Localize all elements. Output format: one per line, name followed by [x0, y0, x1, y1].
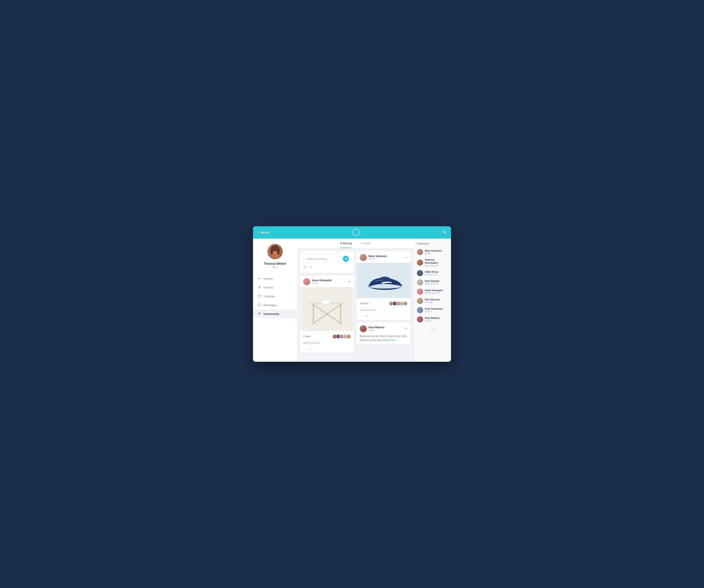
post-image-table — [300, 287, 354, 331]
contact-info: Vanessa Kensington Manhattan NY — [425, 258, 448, 267]
location-icon[interactable] — [309, 265, 312, 270]
post-card-1: Ivana Humpalot Photo 3h — [300, 275, 354, 353]
community-icon — [257, 312, 261, 316]
contact-name: Ivana Humpalot — [425, 289, 443, 292]
share-icon-2[interactable] — [365, 315, 368, 318]
menu-button[interactable]: ‹ MENU — [257, 231, 270, 235]
share-icon-1[interactable] — [309, 348, 312, 351]
contact-name: Ron Obvious — [425, 298, 440, 301]
sidebar-item-messages[interactable]: Messages — [253, 301, 297, 309]
post-author-3: Paul Wolfoni Photo — [360, 325, 384, 332]
author-name-2: Mary Swanson — [368, 255, 387, 258]
user-avatar-container — [267, 244, 283, 259]
sidebar-item-calendar[interactable]: Calendar — [253, 292, 297, 301]
like-icon-1[interactable]: ♡ — [303, 348, 306, 351]
likes-row-2: 15 likes — [360, 300, 407, 307]
post-card-2: Mary Swanson Photo 3h — [357, 251, 411, 320]
write-actions — [303, 265, 351, 270]
contact-location: Chicago — [425, 301, 440, 304]
svg-point-7 — [277, 247, 280, 255]
sidebar-item-label: Community — [263, 312, 279, 316]
contact-item[interactable]: Ron Obvious Chicago — [414, 296, 451, 306]
contact-info: Odile Deray Brooklyn NY — [425, 270, 438, 276]
post-avatar-3 — [360, 325, 367, 332]
contact-info: Frau Farbissina Denver — [425, 307, 443, 313]
contact-info: Ivana Humpalot Washington DC — [425, 289, 443, 294]
contact-avatar — [417, 259, 423, 266]
post-time-3: 3h — [405, 327, 407, 330]
likes-row-1: 5 likes — [303, 333, 351, 340]
contact-location: Seattle — [425, 320, 439, 322]
search-icon[interactable] — [443, 230, 447, 235]
post-avatar-2 — [360, 254, 367, 261]
contact-item[interactable]: Mary Swanson Aspen — [414, 247, 451, 257]
nav-items: Activity Doctors — [253, 274, 297, 318]
like-avatar — [403, 301, 407, 306]
write-placeholder: Write something... — [306, 257, 329, 261]
svg-point-18 — [311, 266, 311, 267]
contact-info: Mary Swanson Aspen — [425, 249, 442, 255]
post-text-3: Stationed on the West Coast of the USA f… — [357, 334, 411, 344]
contact-info: Paul Wolfoni Seattle — [425, 316, 439, 322]
svg-point-17 — [304, 266, 306, 268]
contact-avatar — [417, 249, 423, 255]
sidebar-item-label: Calendar — [263, 295, 275, 298]
camera-icon[interactable] — [303, 265, 307, 270]
contact-location: Washington DC — [425, 292, 443, 294]
left-feed-column: Write something... — [300, 251, 354, 358]
action-row-1: ♡ — [303, 346, 351, 351]
write-post-input[interactable]: Write something... — [303, 254, 351, 263]
comment-input-2[interactable]: Add comment — [360, 307, 407, 313]
comment-input-1[interactable]: Add comment — [303, 340, 351, 346]
post-type-2: Photo — [368, 258, 387, 260]
author-name-3: Paul Wolfoni — [368, 326, 384, 329]
send-post-button[interactable] — [343, 256, 349, 262]
post-card-3: Paul Wolfoni Photo 3h Stationed on the W… — [357, 323, 411, 344]
feed-columns: Write something... — [297, 248, 414, 362]
post-footer-2: 15 likes Add comment — [357, 298, 411, 320]
contact-avatar — [417, 307, 423, 313]
contact-item[interactable]: Paul Wolfoni Seattle — [414, 315, 451, 324]
author-name-1: Ivana Humpalot — [312, 279, 332, 282]
svg-rect-22 — [340, 304, 341, 324]
contact-item[interactable]: Vanessa Kensington Manhattan NY — [414, 257, 451, 268]
contact-location: Brooklyn NY — [425, 273, 438, 276]
main-layout: Theresa Winter NYC Activity — [253, 239, 451, 362]
post-header-2: Mary Swanson Photo 3h — [357, 251, 411, 263]
content-area: Following Popular Write something... — [297, 239, 414, 362]
tab-popular[interactable]: Popular — [361, 242, 371, 248]
contact-item[interactable]: Frau Farbissina Denver — [414, 306, 451, 315]
contact-name: Vanessa Kensington — [425, 258, 448, 265]
contact-item[interactable]: Odile Deray Brooklyn NY — [414, 268, 451, 278]
contact-item[interactable]: Noel Flantier Manhattan NY — [414, 278, 451, 287]
add-contact-button[interactable]: + — [429, 327, 436, 334]
contact-info: Ron Obvious Chicago — [425, 298, 440, 304]
like-icon-2[interactable]: ♡ — [360, 315, 363, 318]
sidebar-item-community[interactable]: Community — [253, 309, 297, 318]
likes-avatars-1 — [333, 334, 351, 339]
user-location: NYC — [272, 266, 278, 269]
contact-avatar — [417, 279, 423, 285]
app-container: ‹ MENU — [253, 226, 451, 362]
post-time-1: 3h — [348, 280, 351, 283]
contact-location: Manhattan NY — [425, 265, 448, 267]
contact-info: Noel Flantier Manhattan NY — [425, 279, 439, 285]
logo-icon — [353, 229, 360, 236]
sidebar-item-activity[interactable]: Activity — [253, 274, 297, 283]
sidebar: Theresa Winter NYC Activity — [253, 239, 297, 362]
sidebar-item-label: Messages — [263, 304, 277, 307]
contact-item[interactable]: Ivana Humpalot Washington DC — [414, 287, 451, 296]
post-avatar-1 — [303, 278, 310, 285]
read-more-link[interactable]: Read more — [383, 339, 396, 342]
post-author-2: Mary Swanson Photo — [360, 254, 387, 261]
post-image-shoe — [357, 263, 411, 298]
sidebar-item-doctors[interactable]: Doctors — [253, 283, 297, 292]
svg-line-1 — [445, 233, 446, 234]
post-footer-1: 5 likes Add comment — [300, 331, 354, 353]
post-time-2: 3h — [405, 256, 407, 259]
tab-following[interactable]: Following — [340, 242, 352, 248]
post-type-3: Photo — [368, 329, 384, 332]
svg-rect-13 — [258, 304, 261, 306]
tabs-header: Following Popular — [297, 239, 414, 248]
header: ‹ MENU — [253, 226, 451, 239]
